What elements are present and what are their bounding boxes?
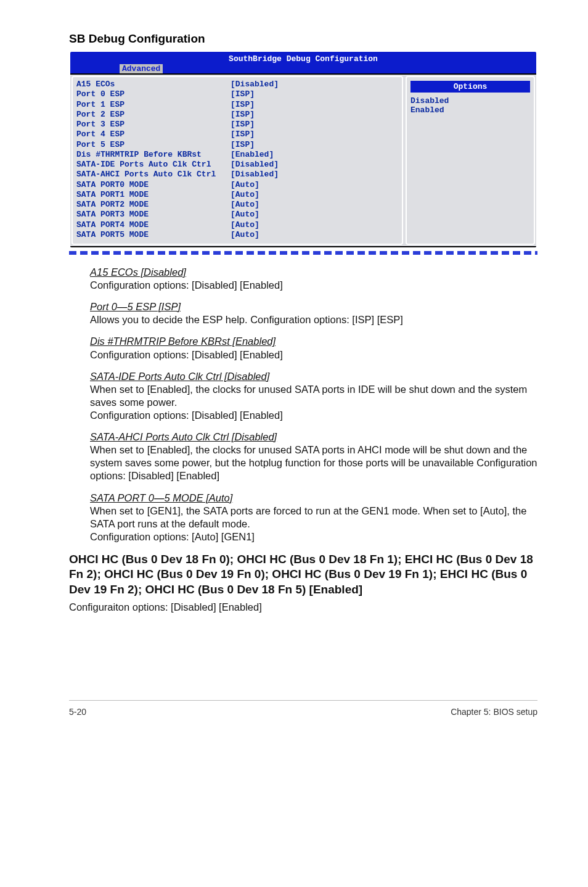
bios-row[interactable]: SATA PORT5 MODE[Auto] xyxy=(76,230,398,240)
section-title: A15 ECOs [Disabled] xyxy=(90,266,186,278)
bios-options-header: Options xyxy=(410,81,530,93)
heading-sb-debug: SB Debug Configuration xyxy=(69,32,537,46)
section-body: Configuraiton options: [Disabled] [Enabl… xyxy=(69,601,537,614)
bios-row-value: [ISP] xyxy=(231,120,255,130)
heading-ohci-ehci: OHCI HC (Bus 0 Dev 18 Fn 0); OHCI HC (Bu… xyxy=(69,552,537,597)
bios-row-value: [ISP] xyxy=(231,89,255,99)
section-body: Configuration options: [Disabled] [Enabl… xyxy=(90,279,537,292)
footer-chapter: Chapter 5: BIOS setup xyxy=(451,707,537,717)
bios-row-label: Port 0 ESP xyxy=(76,89,231,99)
bios-row-label: SATA-IDE Ports Auto Clk Ctrl xyxy=(76,160,231,170)
bios-row-label: SATA PORT5 MODE xyxy=(76,230,231,240)
bios-option-disabled[interactable]: Disabled xyxy=(410,96,530,105)
bios-row[interactable]: A15 ECOs[Disabled] xyxy=(76,80,398,89)
bios-row[interactable]: SATA-AHCI Ports Auto Clk Ctrl[Disabled] xyxy=(76,170,398,179)
bios-row-value: [Enabled] xyxy=(231,150,274,160)
bios-row-label: SATA PORT4 MODE xyxy=(76,220,231,230)
bios-panel: SouthBridge Debug Configuration Advanced… xyxy=(69,51,537,249)
bios-row[interactable]: Port 0 ESP[ISP] xyxy=(76,89,398,99)
bios-row-value: [ISP] xyxy=(231,130,255,139)
section-body: Configuration options: [Auto] [GEN1] xyxy=(90,530,537,543)
section-title: Port 0—5 ESP [ISP] xyxy=(90,301,181,312)
section-body: Configuration options: [Disabled] [Enabl… xyxy=(90,409,537,422)
bios-row-value: [Disabled] xyxy=(231,160,279,170)
bios-row-value: [Auto] xyxy=(231,220,259,230)
section-body: When set to [Enabled], the clocks for un… xyxy=(90,444,537,482)
bios-row-value: [Auto] xyxy=(231,200,259,210)
bios-row[interactable]: Port 1 ESP[ISP] xyxy=(76,100,398,110)
section-body: When set to [GEN1], the SATA ports are f… xyxy=(90,505,537,530)
section-body: When set to [Enabled], the clocks for un… xyxy=(90,383,537,409)
section-title: Dis #THRMTRIP Before KBRst [Enabled] xyxy=(90,336,276,347)
bios-row-label: Port 2 ESP xyxy=(76,110,231,120)
footer-page-number: 5-20 xyxy=(69,707,86,717)
bios-row-value: [Disabled] xyxy=(231,80,279,89)
bios-row-value: [Auto] xyxy=(231,230,259,240)
bios-row-label: SATA-AHCI Ports Auto Clk Ctrl xyxy=(76,170,231,179)
bios-row[interactable]: Port 2 ESP[ISP] xyxy=(76,110,398,120)
bios-row[interactable]: Port 3 ESP[ISP] xyxy=(76,120,398,130)
bios-option-enabled[interactable]: Enabled xyxy=(410,105,530,115)
bios-row-label: SATA PORT3 MODE xyxy=(76,210,231,220)
bios-tab-advanced[interactable]: Advanced xyxy=(120,64,163,73)
bios-row[interactable]: SATA PORT2 MODE[Auto] xyxy=(76,200,398,210)
bios-row-label: SATA PORT2 MODE xyxy=(76,200,231,210)
bios-tearoff-divider xyxy=(69,251,537,255)
section-body: Allows you to decide the ESP help. Confi… xyxy=(90,313,537,326)
bios-row-label: Port 3 ESP xyxy=(76,120,231,130)
bios-row-value: [Auto] xyxy=(231,180,259,190)
bios-row-value: [Auto] xyxy=(231,210,259,220)
bios-options-pane: Options Disabled Enabled xyxy=(406,76,535,245)
bios-row[interactable]: SATA-IDE Ports Auto Clk Ctrl[Disabled] xyxy=(76,160,398,170)
bios-row-label: Port 4 ESP xyxy=(76,130,231,139)
bios-row-label: SATA PORT0 MODE xyxy=(76,180,231,190)
section-body: Configuration options: [Disabled] [Enabl… xyxy=(90,349,537,361)
bios-row[interactable]: SATA PORT0 MODE[Auto] xyxy=(76,180,398,190)
bios-settings-pane: A15 ECOs[Disabled] Port 0 ESP[ISP] Port … xyxy=(71,76,403,245)
section-title: SATA-AHCI Ports Auto Clk Ctrl [Disabled] xyxy=(90,431,277,442)
bios-row-label: Dis #THRMTRIP Before KBRst xyxy=(76,150,231,160)
bios-row[interactable]: SATA PORT4 MODE[Auto] xyxy=(76,220,398,230)
bios-row-value: [ISP] xyxy=(231,140,255,150)
bios-row[interactable]: SATA PORT1 MODE[Auto] xyxy=(76,190,398,200)
bios-row-label: A15 ECOs xyxy=(76,80,231,89)
bios-row-label: SATA PORT1 MODE xyxy=(76,190,231,200)
section-title: SATA-IDE Ports Auto Clk Ctrl [Disabled] xyxy=(90,371,269,382)
bios-row-value: [ISP] xyxy=(231,100,255,110)
bios-row-value: [Disabled] xyxy=(231,170,279,179)
bios-row-label: Port 1 ESP xyxy=(76,100,231,110)
bios-row[interactable]: Port 4 ESP[ISP] xyxy=(76,130,398,139)
bios-row[interactable]: SATA PORT3 MODE[Auto] xyxy=(76,210,398,220)
bios-row[interactable]: Dis #THRMTRIP Before KBRst[Enabled] xyxy=(76,150,398,160)
bios-row-label: Port 5 ESP xyxy=(76,140,231,150)
bios-row-value: [ISP] xyxy=(231,110,255,120)
section-title: SATA PORT 0—5 MODE [Auto] xyxy=(90,492,232,503)
bios-row[interactable]: Port 5 ESP[ISP] xyxy=(76,140,398,150)
bios-title: SouthBridge Debug Configuration xyxy=(70,53,536,64)
bios-row-value: [Auto] xyxy=(231,190,259,200)
